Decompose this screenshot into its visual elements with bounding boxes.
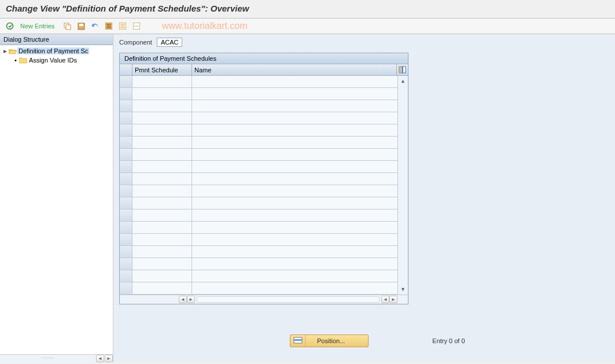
- table-header: Pmnt Schedule Name: [120, 64, 408, 76]
- select-all-button[interactable]: [102, 20, 115, 32]
- table-row[interactable]: [120, 88, 397, 100]
- table-row[interactable]: [120, 234, 397, 246]
- row-selector[interactable]: [120, 185, 132, 197]
- position-button[interactable]: Position...: [290, 334, 369, 347]
- row-selector[interactable]: [120, 197, 132, 209]
- cell-name[interactable]: [192, 209, 397, 221]
- resize-handle-icon[interactable]: ⋯⋯: [0, 355, 95, 362]
- undo-button[interactable]: [89, 20, 101, 32]
- column-header-pmnt-schedule[interactable]: Pmnt Schedule: [132, 64, 192, 75]
- table-row[interactable]: [120, 161, 397, 173]
- cell-pmnt-schedule[interactable]: [132, 149, 192, 160]
- table-row[interactable]: [120, 185, 397, 197]
- configure-columns-button[interactable]: [396, 64, 408, 75]
- cell-name[interactable]: [192, 222, 397, 233]
- tree-item-definition-payment-schedules[interactable]: Definition of Payment Sc: [0, 46, 113, 56]
- cell-pmnt-schedule[interactable]: [132, 173, 192, 185]
- row-selector[interactable]: [120, 282, 132, 294]
- row-selector[interactable]: [120, 173, 132, 185]
- cell-name[interactable]: [192, 258, 397, 270]
- table-row[interactable]: [120, 209, 397, 222]
- cell-pmnt-schedule[interactable]: [132, 76, 192, 87]
- deselect-all-button[interactable]: [130, 20, 143, 32]
- sidebar-scroll-left-button[interactable]: ◄: [96, 355, 104, 362]
- cell-pmnt-schedule[interactable]: [132, 137, 192, 148]
- scroll-right-button[interactable]: ►: [187, 296, 195, 303]
- execute-button[interactable]: [3, 20, 16, 32]
- hscroll-track[interactable]: [197, 296, 380, 303]
- row-selector[interactable]: [120, 100, 132, 112]
- row-selector[interactable]: [120, 124, 132, 136]
- cell-name[interactable]: [192, 161, 397, 172]
- table-row[interactable]: [120, 197, 397, 209]
- scroll-up-button[interactable]: ▲: [399, 77, 407, 85]
- cell-name[interactable]: [192, 246, 397, 258]
- table-row[interactable]: [120, 76, 397, 88]
- cell-pmnt-schedule[interactable]: [132, 112, 192, 124]
- row-selector[interactable]: [120, 76, 132, 87]
- cell-name[interactable]: [192, 124, 397, 136]
- table-row[interactable]: [120, 282, 397, 295]
- cell-pmnt-schedule[interactable]: [132, 161, 192, 172]
- cell-name[interactable]: [192, 88, 397, 100]
- row-selector[interactable]: [120, 209, 132, 221]
- row-selector[interactable]: [120, 246, 132, 258]
- row-selector[interactable]: [120, 137, 132, 148]
- cell-pmnt-schedule[interactable]: [132, 270, 192, 282]
- scroll-right-button-2[interactable]: ►: [389, 296, 397, 303]
- row-selector[interactable]: [120, 88, 132, 100]
- cell-pmnt-schedule[interactable]: [132, 222, 192, 233]
- new-entries-button[interactable]: New Entries: [17, 20, 60, 32]
- table-row[interactable]: [120, 173, 397, 185]
- cell-pmnt-schedule[interactable]: [132, 124, 192, 136]
- cell-pmnt-schedule[interactable]: [132, 209, 192, 221]
- cell-name[interactable]: [192, 173, 397, 185]
- cell-name[interactable]: [192, 112, 397, 124]
- table-row[interactable]: [120, 112, 397, 124]
- cell-pmnt-schedule[interactable]: [132, 88, 192, 100]
- select-all-rows-header[interactable]: [120, 64, 132, 75]
- save-button[interactable]: [75, 20, 87, 32]
- cell-pmnt-schedule[interactable]: [132, 197, 192, 209]
- cell-pmnt-schedule[interactable]: [132, 100, 192, 112]
- cell-name[interactable]: [192, 149, 397, 160]
- row-selector[interactable]: [120, 270, 132, 282]
- row-selector[interactable]: [120, 161, 132, 172]
- row-selector[interactable]: [120, 258, 132, 270]
- scroll-down-button[interactable]: ▼: [399, 285, 407, 293]
- table-row[interactable]: [120, 270, 397, 282]
- tree-item-assign-value-ids[interactable]: • Assign Value IDs: [0, 56, 113, 65]
- cell-pmnt-schedule[interactable]: [132, 258, 192, 270]
- tree-toggle-icon[interactable]: [2, 49, 8, 54]
- table-row[interactable]: [120, 100, 397, 112]
- cell-name[interactable]: [192, 197, 397, 209]
- row-selector[interactable]: [120, 112, 132, 124]
- table-row[interactable]: [120, 137, 397, 149]
- row-selector[interactable]: [120, 149, 132, 160]
- row-selector[interactable]: [120, 234, 132, 245]
- column-header-name[interactable]: Name: [192, 64, 396, 75]
- cell-pmnt-schedule[interactable]: [132, 282, 192, 294]
- cell-name[interactable]: [192, 137, 397, 148]
- scroll-left-button[interactable]: ◄: [179, 296, 187, 303]
- cell-name[interactable]: [192, 185, 397, 197]
- table-row[interactable]: [120, 222, 397, 234]
- cell-pmnt-schedule[interactable]: [132, 185, 192, 197]
- cell-pmnt-schedule[interactable]: [132, 246, 192, 258]
- sidebar-scroll-right-button[interactable]: ►: [105, 355, 113, 362]
- table-row[interactable]: [120, 258, 397, 270]
- cell-name[interactable]: [192, 270, 397, 282]
- table-row[interactable]: [120, 246, 397, 258]
- table-row[interactable]: [120, 149, 397, 161]
- component-value[interactable]: ACAC: [157, 38, 183, 47]
- copy-button[interactable]: [61, 20, 73, 32]
- scroll-left-button-2[interactable]: ◄: [381, 296, 389, 303]
- cell-name[interactable]: [192, 282, 397, 294]
- cell-name[interactable]: [192, 100, 397, 112]
- cell-pmnt-schedule[interactable]: [132, 234, 192, 245]
- row-selector[interactable]: [120, 222, 132, 233]
- table-row[interactable]: [120, 124, 397, 137]
- select-block-button[interactable]: [116, 20, 129, 32]
- cell-name[interactable]: [192, 76, 397, 87]
- cell-name[interactable]: [192, 234, 397, 245]
